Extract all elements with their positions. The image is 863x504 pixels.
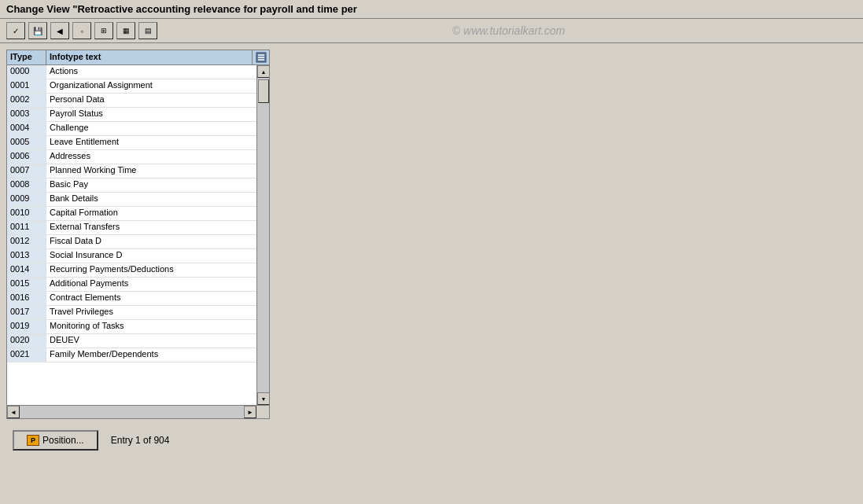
- sort-icon: [256, 52, 267, 63]
- table-row[interactable]: 0008Basic Pay: [7, 178, 256, 193]
- row-text-cell: Bank Details: [46, 193, 256, 206]
- scroll-down-icon: ▼: [261, 396, 267, 402]
- row-text-cell: External Transfers: [46, 221, 256, 234]
- scroll-track[interactable]: [257, 78, 269, 392]
- grid1-icon: ▦: [123, 27, 130, 35]
- row-itype-cell: 0017: [7, 306, 46, 319]
- forward-button[interactable]: ⬦: [72, 22, 91, 39]
- title-bar: Change View "Retroactive accounting rele…: [0, 0, 863, 19]
- table-row[interactable]: 0015Additional Payments: [7, 278, 256, 292]
- grid2-icon: ▤: [145, 27, 152, 35]
- row-itype-cell: 0008: [7, 178, 46, 192]
- sort-icon-btn[interactable]: [252, 50, 269, 64]
- main-window: Change View "Retroactive accounting rele…: [0, 0, 863, 504]
- save-button[interactable]: 💾: [28, 22, 47, 39]
- table-row[interactable]: 0007Planned Working Time: [7, 164, 256, 178]
- row-itype-cell: 0014: [7, 263, 46, 277]
- row-itype-cell: 0003: [7, 108, 46, 121]
- scroll-corner: [256, 406, 269, 418]
- table-row[interactable]: 0020DEUEV: [7, 334, 256, 348]
- row-itype-cell: 0016: [7, 292, 46, 305]
- window-title: Change View "Retroactive accounting rele…: [6, 3, 357, 15]
- scroll-right-button[interactable]: ►: [244, 406, 256, 418]
- check-icon: ✓: [13, 27, 19, 35]
- scroll-left-button[interactable]: ◄: [7, 406, 20, 418]
- table-row[interactable]: 0010Capital Formation: [7, 207, 256, 221]
- table-row[interactable]: 0019Monitoring of Tasks: [7, 320, 256, 334]
- horizontal-scrollbar[interactable]: ◄ ►: [7, 406, 256, 418]
- row-itype-cell: 0000: [7, 65, 46, 79]
- toolbar: ✓ 💾 ◀ ⬦ ⊞ ▦ ▤ © www.tutorialkart.com: [0, 19, 863, 43]
- row-itype-cell: 0012: [7, 235, 46, 248]
- scroll-up-button[interactable]: ▲: [257, 65, 269, 78]
- table-row[interactable]: 0001Organizational Assignment: [7, 79, 256, 94]
- row-itype-cell: 0005: [7, 136, 46, 149]
- table-row[interactable]: 0016Contract Elements: [7, 292, 256, 306]
- table-row[interactable]: 0017Travel Privileges: [7, 306, 256, 320]
- watermark: © www.tutorialkart.com: [160, 22, 857, 39]
- row-text-cell: Monitoring of Tasks: [46, 320, 256, 333]
- row-text-cell: Travel Privileges: [46, 306, 256, 319]
- row-text-cell: Leave Entitlement: [46, 136, 256, 149]
- table-rows-container: 0000Actions0001Organizational Assignment…: [7, 65, 256, 405]
- forward-icon: ⬦: [80, 28, 84, 35]
- table-row[interactable]: 0021Family Member/Dependents: [7, 348, 256, 362]
- grid1-button[interactable]: ▦: [116, 22, 135, 39]
- table-row[interactable]: 0014Recurring Payments/Deductions: [7, 263, 256, 278]
- table-row[interactable]: 0013Social Insurance D: [7, 249, 256, 263]
- content-area: IType Infotype text 0000Actions0001Organ…: [0, 43, 863, 504]
- table-header: IType Infotype text: [7, 50, 269, 65]
- row-text-cell: Family Member/Dependents: [46, 348, 256, 362]
- col-itype-header: IType: [7, 50, 46, 64]
- row-itype-cell: 0013: [7, 249, 46, 263]
- position-button-label: Position...: [42, 435, 84, 446]
- check-button[interactable]: ✓: [6, 22, 25, 39]
- table-row[interactable]: 0000Actions: [7, 65, 256, 79]
- table-row[interactable]: 0012Fiscal Data D: [7, 235, 256, 249]
- row-text-cell: Basic Pay: [46, 178, 256, 192]
- row-text-cell: Organizational Assignment: [46, 79, 256, 93]
- row-itype-cell: 0009: [7, 193, 46, 206]
- back-button[interactable]: ◀: [50, 22, 69, 39]
- table-row[interactable]: 0004Challenge: [7, 122, 256, 136]
- row-itype-cell: 0021: [7, 348, 46, 362]
- table-row[interactable]: 0006Addresses: [7, 150, 256, 164]
- copy-icon: ⊞: [101, 27, 107, 35]
- table-row[interactable]: 0009Bank Details: [7, 193, 256, 207]
- table-row[interactable]: 0002Personal Data: [7, 94, 256, 108]
- copy-button[interactable]: ⊞: [94, 22, 113, 39]
- hscroll-track[interactable]: [20, 406, 244, 418]
- table-row[interactable]: 0005Leave Entitlement: [7, 136, 256, 150]
- row-itype-cell: 0004: [7, 122, 46, 135]
- infotype-table: IType Infotype text 0000Actions0001Organ…: [6, 50, 270, 419]
- row-itype-cell: 0011: [7, 221, 46, 234]
- col-text-header: Infotype text: [46, 50, 252, 64]
- row-itype-cell: 0006: [7, 150, 46, 164]
- table-row[interactable]: 0003Payroll Status: [7, 108, 256, 122]
- position-button[interactable]: P Position...: [13, 430, 98, 451]
- row-text-cell: DEUEV: [46, 334, 256, 348]
- vertical-scrollbar[interactable]: ▲ ▼: [256, 65, 269, 405]
- row-text-cell: Social Insurance D: [46, 249, 256, 263]
- row-itype-cell: 0002: [7, 94, 46, 107]
- back-icon: ◀: [57, 27, 63, 35]
- row-text-cell: Fiscal Data D: [46, 235, 256, 248]
- row-itype-cell: 0015: [7, 278, 46, 291]
- row-text-cell: Contract Elements: [46, 292, 256, 305]
- position-icon: P: [27, 435, 39, 446]
- table-footer: ◄ ►: [7, 405, 269, 418]
- scroll-thumb[interactable]: [258, 79, 269, 103]
- row-itype-cell: 0001: [7, 79, 46, 93]
- scroll-left-icon: ◄: [10, 409, 17, 416]
- table-row[interactable]: 0011External Transfers: [7, 221, 256, 235]
- bottom-bar: P Position... Entry 1 of 904: [6, 425, 857, 455]
- row-text-cell: Challenge: [46, 122, 256, 135]
- save-icon: 💾: [33, 27, 42, 35]
- entry-info: Entry 1 of 904: [111, 435, 170, 446]
- scroll-down-button[interactable]: ▼: [257, 392, 269, 405]
- table-scroll-area: 0000Actions0001Organizational Assignment…: [7, 65, 269, 405]
- grid2-button[interactable]: ▤: [138, 22, 157, 39]
- row-text-cell: Additional Payments: [46, 278, 256, 291]
- row-itype-cell: 0010: [7, 207, 46, 220]
- scroll-right-icon: ►: [247, 409, 253, 416]
